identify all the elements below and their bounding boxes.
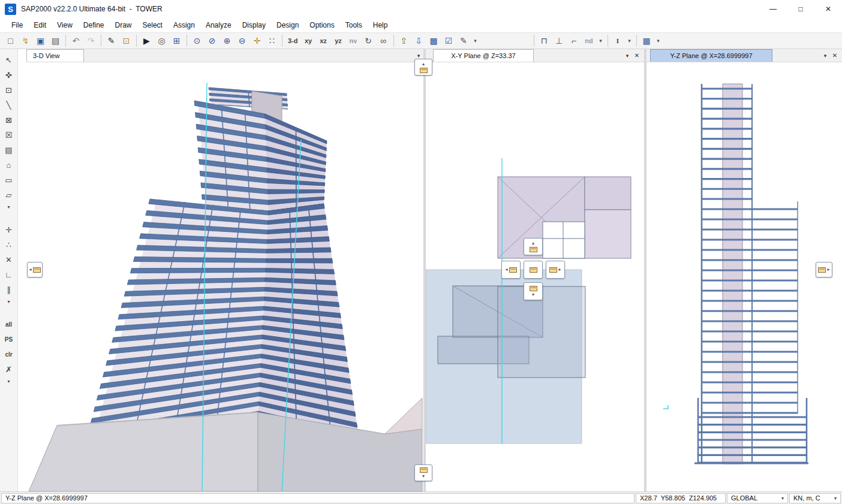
menu-analyze[interactable]: Analyze <box>200 19 237 31</box>
restore-full-view-button[interactable]: ⊙ <box>190 34 204 48</box>
nd-view-button[interactable]: nd <box>582 34 596 48</box>
area-section-button[interactable]: ▦ <box>640 34 654 48</box>
pan-view-up-button[interactable]: ▴ <box>524 238 543 255</box>
rubber-band-zoom-button[interactable]: ⊞ <box>170 34 184 48</box>
quick-draw-area-button[interactable]: ▱ <box>2 188 16 202</box>
draw-frame-button[interactable]: ╲ <box>2 98 16 112</box>
assign-display-button[interactable]: ✎ <box>457 34 471 48</box>
previous-zoom-button[interactable]: ⊘ <box>205 34 219 48</box>
view-nv-button[interactable]: nv <box>347 34 360 48</box>
rotate-view-button[interactable]: ◎ <box>155 34 169 48</box>
scroll-view-down-button[interactable]: ▾ <box>414 464 432 481</box>
redo-button[interactable]: ↷ <box>84 34 98 48</box>
rotate-3d-view-button[interactable]: ↻ <box>362 34 375 48</box>
panel-yz-close-icon[interactable]: ✕ <box>830 52 840 59</box>
draw-joint-section-button[interactable]: ⊥ <box>552 34 566 48</box>
pan-view-left-button[interactable]: ◂ <box>501 261 521 279</box>
lock-model-button[interactable]: ⊡ <box>119 34 133 48</box>
object-shrink-toggle-button[interactable]: ▩ <box>427 34 441 48</box>
select-more-caret[interactable]: ▾ <box>2 378 16 385</box>
ibeam-section-button[interactable]: I <box>611 34 625 48</box>
csys-dropdown[interactable]: GLOBAL ▾ <box>727 493 788 503</box>
pan-view-right-button[interactable]: ▸ <box>546 261 565 279</box>
zoom-out-button[interactable]: ⊖ <box>235 34 249 48</box>
undo-button[interactable]: ↶ <box>69 34 83 48</box>
quick-draw-secondary-beam-button[interactable]: ▤ <box>2 143 16 157</box>
toolbar-separator <box>393 35 394 47</box>
perspective-toggle-button[interactable]: ∞ <box>377 34 390 48</box>
minimize-button[interactable]: — <box>759 0 787 18</box>
draw-release-button[interactable]: ⌐ <box>567 34 581 48</box>
menu-draw[interactable]: Draw <box>110 19 137 31</box>
snap-to-intersections-button[interactable]: ✕ <box>2 253 16 267</box>
menu-design[interactable]: Design <box>271 19 304 31</box>
draw-tools-caret[interactable]: ▾ <box>597 34 605 48</box>
view-yz-button[interactable]: yz <box>332 34 345 48</box>
snap-more-caret[interactable]: ▾ <box>2 298 16 305</box>
run-analysis-button[interactable]: ▶ <box>140 34 154 48</box>
snap-to-midpoints-button[interactable]: ∴ <box>2 238 16 252</box>
panel-xy-menu-caret-icon[interactable]: ▾ <box>623 53 632 59</box>
menu-assign[interactable]: Assign <box>168 19 200 31</box>
3d-view-canvas[interactable] <box>26 62 423 491</box>
print-button[interactable]: ▤ <box>49 34 62 48</box>
tab-xy-plane[interactable]: X-Y Plane @ Z=33.37 <box>433 49 534 62</box>
open-model-button[interactable]: ↯ <box>19 34 32 48</box>
menu-edit[interactable]: Edit <box>28 19 52 31</box>
draw-frame-section-button[interactable]: ⊓ <box>537 34 551 48</box>
menu-options[interactable]: Options <box>304 19 339 31</box>
draw-more-caret[interactable]: ▾ <box>2 203 16 210</box>
panel-3d-menu-caret-icon[interactable]: ▾ <box>414 53 423 59</box>
select-pointer-button[interactable]: ↖ <box>2 53 16 67</box>
draw-rect-area-button[interactable]: ▭ <box>2 173 16 187</box>
draw-poly-area-button[interactable]: ⌂ <box>2 158 16 172</box>
close-button[interactable]: ✕ <box>814 0 842 18</box>
menu-view[interactable]: View <box>52 19 78 31</box>
move-down-gridline-button[interactable]: ⇩ <box>412 34 426 48</box>
pan-button[interactable]: ✛ <box>250 34 264 48</box>
area-section-caret[interactable]: ▾ <box>655 34 662 48</box>
pen-edit-button[interactable]: ✎ <box>104 34 118 48</box>
pan-view-center-button[interactable] <box>524 261 543 279</box>
reshape-object-button[interactable]: ✜ <box>2 68 16 82</box>
panel-xy-close-icon[interactable]: ✕ <box>632 52 642 59</box>
menu-file[interactable]: File <box>6 19 28 31</box>
scroll-view-left-button[interactable]: ◂ <box>27 262 43 277</box>
scroll-view-right-button[interactable]: ▸ <box>816 262 832 277</box>
scroll-view-up-button[interactable]: ▴ <box>414 59 432 76</box>
snap-to-joints-button[interactable]: ✛ <box>2 223 16 237</box>
side-toolbar: ↖✜⊡╲⊠☒▤⌂▭▱▾✛∴✕∟∥▾allPSclr✗▾ <box>0 49 18 491</box>
snap-to-lines-button[interactable]: ∥ <box>2 283 16 297</box>
new-model-button[interactable]: □ <box>4 34 17 48</box>
pan-view-down-button[interactable]: ▾ <box>524 282 543 300</box>
view-xy-button[interactable]: xy <box>302 34 315 48</box>
tab-3d-view[interactable]: 3-D View <box>26 49 84 62</box>
ibeam-section-caret[interactable]: ▾ <box>626 34 633 48</box>
view-xz-button[interactable]: xz <box>317 34 330 48</box>
deselect-button[interactable]: ✗ <box>2 363 16 376</box>
panel-yz-menu-caret-icon[interactable]: ▾ <box>820 53 830 59</box>
clear-selection-button[interactable]: clr <box>2 348 16 361</box>
zoom-in-button[interactable]: ⊕ <box>220 34 234 48</box>
menu-tools[interactable]: Tools <box>340 19 368 31</box>
save-model-button[interactable]: ▣ <box>34 34 47 48</box>
quick-draw-brace-button[interactable]: ☒ <box>2 128 16 142</box>
maximize-button[interactable]: □ <box>787 0 814 18</box>
move-up-gridline-button[interactable]: ⇧ <box>397 34 411 48</box>
quick-draw-frame-button[interactable]: ⊠ <box>2 113 16 127</box>
view-3d-button[interactable]: 3-d <box>285 34 300 48</box>
previous-selection-button[interactable]: PS <box>2 333 16 346</box>
display-options-button[interactable]: ☑ <box>442 34 456 48</box>
menu-display[interactable]: Display <box>237 19 271 31</box>
yz-plane-canvas[interactable] <box>646 62 842 491</box>
menu-help[interactable]: Help <box>368 19 393 31</box>
menu-define[interactable]: Define <box>78 19 110 31</box>
snap-button[interactable]: ∷ <box>265 34 279 48</box>
draw-special-joint-button[interactable]: ⊡ <box>2 83 16 97</box>
menu-select[interactable]: Select <box>137 19 168 31</box>
units-dropdown[interactable]: KN, m, C ▾ <box>789 493 841 503</box>
snap-to-perpendicular-button[interactable]: ∟ <box>2 268 16 282</box>
tab-yz-plane[interactable]: Y-Z Plane @ X=28.6999997 <box>650 49 772 62</box>
select-all-button[interactable]: all <box>2 318 16 331</box>
assign-display-caret[interactable]: ▾ <box>472 34 479 48</box>
